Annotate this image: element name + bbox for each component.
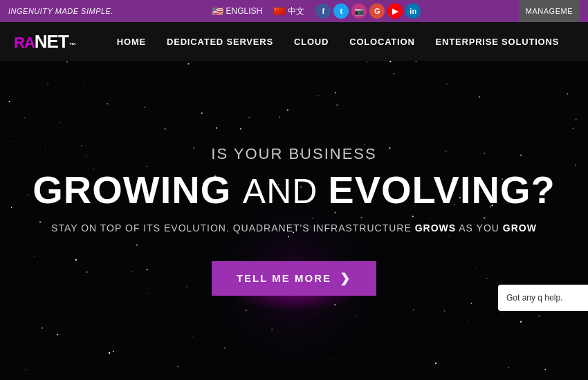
- hero-subtitle: IS YOUR BUSINESS: [33, 145, 555, 163]
- cta-button[interactable]: TELL ME MORE ❯: [212, 261, 376, 296]
- logo-ra: RA: [14, 34, 35, 52]
- nav-colocation[interactable]: COLOCATION: [349, 37, 414, 47]
- hero-desc-bold2: GROW: [503, 222, 537, 234]
- nav-links: HOME DEDICATED SERVERS CLOUD COLOCATION …: [117, 37, 559, 47]
- hero-title-and: AND: [243, 172, 328, 211]
- cn-flag-icon: 🇨🇳: [273, 6, 285, 17]
- chat-popup[interactable]: Got any q help.: [498, 285, 588, 311]
- hero-content: IS YOUR BUSINESS GROWING AND EVOLVING? S…: [5, 145, 582, 296]
- logo-net: NET: [35, 31, 68, 53]
- nav-dedicated-servers[interactable]: DEDICATED SERVERS: [167, 37, 273, 47]
- cta-arrow-icon: ❯: [340, 271, 351, 286]
- twitter-icon[interactable]: t: [333, 3, 349, 19]
- hero-desc-prefix: STAY ON TOP OF ITS EVOLUTION. QUADRANET'…: [51, 222, 415, 234]
- management-label: MANAGEME: [526, 7, 573, 15]
- logo-tm: ™: [69, 41, 75, 49]
- lang-chinese-label: 中文: [288, 6, 304, 17]
- hero-title-evolving: EVOLVING?: [328, 168, 555, 211]
- us-flag-icon: 🇺🇸: [212, 6, 223, 17]
- instagram-icon[interactable]: 📷: [351, 3, 367, 19]
- hero-section: IS YOUR BUSINESS GROWING AND EVOLVING? S…: [0, 61, 588, 380]
- youtube-icon[interactable]: ▶: [387, 3, 403, 19]
- hero-subtitle-text: IS YOUR BUSINESS: [211, 145, 376, 162]
- hero-title-growing: GROWING: [33, 168, 231, 211]
- logo[interactable]: RANET™: [14, 31, 75, 53]
- google-plus-icon[interactable]: G: [369, 3, 385, 19]
- chat-text: Got any q help.: [506, 293, 562, 303]
- lang-english-label: ENGLISH: [226, 6, 263, 16]
- linkedin-icon[interactable]: in: [405, 3, 421, 19]
- cta-label: TELL ME MORE: [237, 272, 331, 284]
- nav-enterprise-solutions[interactable]: ENTERPRISE SOLUTIONS: [436, 37, 560, 47]
- top-bar-center: 🇺🇸 ENGLISH 🇨🇳 中文 f t 📷 G ▶ in: [212, 3, 421, 19]
- management-button[interactable]: MANAGEME: [519, 0, 580, 22]
- hero-desc-suffix: AS YOU: [456, 222, 503, 234]
- hero-desc-bold1: GROWS: [415, 222, 456, 234]
- top-bar: INGENUITY MADE SIMPLE. 🇺🇸 ENGLISH 🇨🇳 中文 …: [0, 0, 588, 22]
- tagline-text: INGENUITY MADE SIMPLE.: [8, 7, 113, 15]
- lang-chinese[interactable]: 🇨🇳 中文: [273, 6, 304, 17]
- nav-home[interactable]: HOME: [117, 37, 146, 47]
- hero-title: GROWING AND EVOLVING?: [33, 169, 555, 211]
- nav-bar: RANET™ HOME DEDICATED SERVERS CLOUD COLO…: [0, 22, 588, 61]
- tagline: INGENUITY MADE SIMPLE.: [8, 7, 113, 15]
- facebook-icon[interactable]: f: [315, 3, 331, 19]
- social-icons: f t 📷 G ▶ in: [315, 3, 421, 19]
- hero-description: STAY ON TOP OF ITS EVOLUTION. QUADRANET'…: [33, 222, 555, 234]
- nav-cloud[interactable]: CLOUD: [294, 37, 329, 47]
- lang-english[interactable]: 🇺🇸 ENGLISH: [212, 6, 263, 17]
